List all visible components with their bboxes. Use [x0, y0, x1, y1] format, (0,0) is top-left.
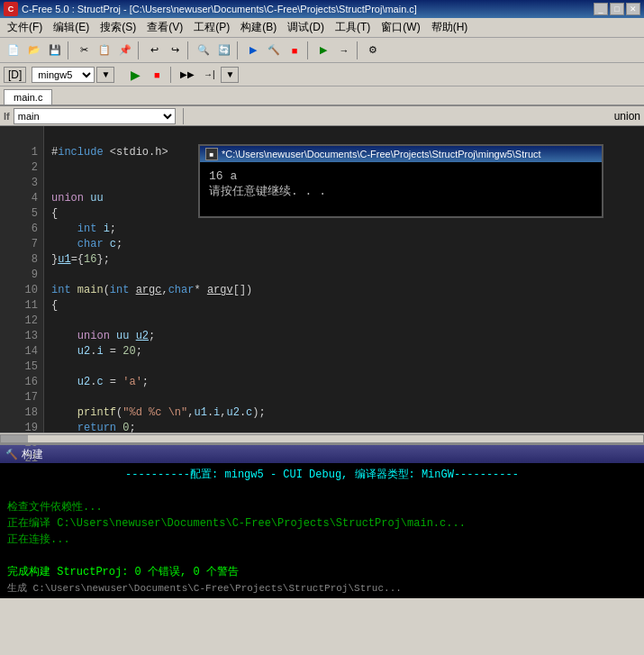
func-bar: If main union	[0, 106, 644, 126]
close-button[interactable]: ✕	[626, 3, 640, 15]
build-line-2: 正在编译 C:\Users\newuser\Documents\C-Free\P…	[7, 515, 637, 532]
debug-config-label: [D]	[4, 67, 26, 83]
title-text: C-Free 5.0 : StructProj - [C:\Users\newu…	[22, 4, 594, 14]
menu-bar: 文件(F) 编辑(E) 搜索(S) 查看(V) 工程(P) 构建(B) 调试(D…	[0, 18, 644, 38]
toolbar-separator-6	[357, 41, 360, 59]
toolbar-separator-5	[307, 41, 311, 59]
build-panel: 🔨 构建 ----------配置: mingw5 - CUI Debug, 编…	[0, 443, 644, 598]
build-config-line: ----------配置: mingw5 - CUI Debug, 编译器类型:…	[7, 467, 637, 483]
console-title-text: *C:\Users\newuser\Documents\C-Free\Proje…	[222, 149, 541, 159]
func-bar-icon: If	[4, 111, 10, 122]
scroll-track[interactable]	[0, 434, 644, 443]
paste-button[interactable]: 📌	[115, 41, 135, 60]
stop-run-button[interactable]: ■	[147, 65, 167, 85]
menu-view[interactable]: 查看(V)	[141, 18, 188, 37]
stop-button[interactable]: ■	[285, 41, 304, 60]
title-bar: C C-Free 5.0 : StructProj - [C:\Users\ne…	[0, 0, 644, 18]
console-icon: ■	[205, 148, 218, 160]
debug-more[interactable]: ▼	[221, 67, 239, 83]
build-icon: 🔨	[5, 449, 18, 460]
run-button[interactable]: ▶	[125, 65, 145, 85]
cut-button[interactable]: ✂	[74, 41, 94, 60]
build-line-success: 完成构建 StructProj: 0 个错误, 0 个警告	[7, 564, 637, 580]
step-over[interactable]: →	[334, 41, 354, 60]
maximize-button[interactable]: □	[610, 3, 624, 15]
toolbar-separator-2	[138, 41, 141, 59]
editor-area: 1 2 3 4 5 6 7 8 9 10 11 12 13 14 15 16 1…	[0, 126, 644, 432]
compile-run-button[interactable]: ▶	[243, 41, 263, 60]
editor-scrollbar[interactable]	[0, 432, 644, 443]
settings-button[interactable]: ⚙	[363, 41, 383, 60]
build-line-generate: 生成 C:\Users\newuser\Documents\C-Free\Pro…	[7, 580, 637, 598]
menu-debug[interactable]: 调试(D)	[282, 18, 330, 37]
func-left-select[interactable]: main	[14, 108, 176, 124]
window-controls: _ □ ✕	[594, 3, 640, 15]
debug-step[interactable]: →|	[199, 65, 219, 85]
open-button[interactable]: 📂	[24, 41, 44, 60]
build-header: 🔨 构建	[0, 445, 644, 463]
debug-run-button[interactable]: ▶▶	[177, 65, 197, 85]
console-output-1: 16 a	[209, 169, 593, 183]
menu-search[interactable]: 搜索(S)	[95, 18, 141, 37]
menu-edit[interactable]: 编辑(E)	[48, 18, 95, 37]
minimize-button[interactable]: _	[594, 3, 608, 15]
find-button[interactable]: 🔍	[194, 41, 213, 60]
menu-help[interactable]: 帮助(H)	[426, 18, 474, 37]
toolbar-separator-4	[237, 41, 240, 59]
debug-config-dropdown[interactable]: ▼	[96, 67, 114, 83]
build-line-blank2	[7, 548, 637, 564]
app-icon: C	[4, 2, 18, 16]
debug-bar: [D] mingw5 ▼ ▶ ■ ▶▶ →| ▼	[0, 63, 644, 86]
line-numbers: 1 2 3 4 5 6 7 8 9 10 11 12 13 14 15 16 1…	[0, 126, 44, 432]
debug-config-select[interactable]: mingw5	[32, 67, 95, 83]
toolbar-separator-3	[187, 41, 191, 59]
build-line-1: 检查文件依赖性...	[7, 499, 637, 515]
build-line-blank	[7, 483, 637, 499]
tab-main-c[interactable]: main.c	[4, 89, 52, 105]
console-popup: ■ *C:\Users\newuser\Documents\C-Free\Pro…	[198, 144, 603, 218]
scroll-thumb[interactable]	[1, 435, 28, 442]
menu-project[interactable]: 工程(P)	[188, 18, 235, 37]
build-output: ----------配置: mingw5 - CUI Debug, 编译器类型:…	[0, 463, 644, 598]
menu-build[interactable]: 构建(B)	[235, 18, 282, 37]
func-divider	[183, 108, 184, 124]
tab-bar: main.c	[0, 86, 644, 106]
new-button[interactable]: 📄	[4, 41, 23, 60]
menu-window[interactable]: 窗口(W)	[376, 18, 425, 37]
menu-file[interactable]: 文件(F)	[2, 18, 48, 37]
toolbar: 📄 📂 💾 ✂ 📋 📌 ↩ ↪ 🔍 🔄 ▶ 🔨 ■ ▶ → ⚙	[0, 38, 644, 63]
toolbar-separator-1	[68, 41, 71, 59]
redo-button[interactable]: ↪	[165, 41, 185, 60]
menu-tools[interactable]: 工具(T)	[330, 18, 376, 37]
debug-start[interactable]: ▶	[313, 41, 333, 60]
console-output-2: 请按任意键继续. . .	[209, 183, 593, 199]
replace-button[interactable]: 🔄	[214, 41, 234, 60]
save-button[interactable]: 💾	[45, 41, 65, 60]
console-title-bar: ■ *C:\Users\newuser\Documents\C-Free\Pro…	[200, 146, 602, 162]
undo-button[interactable]: ↩	[144, 41, 164, 60]
func-right-label: union	[614, 110, 640, 123]
console-body: 16 a 请按任意键继续. . .	[200, 162, 602, 216]
build-line-3: 正在连接...	[7, 532, 637, 548]
copy-button[interactable]: 📋	[95, 41, 114, 60]
build-button[interactable]: 🔨	[264, 41, 284, 60]
